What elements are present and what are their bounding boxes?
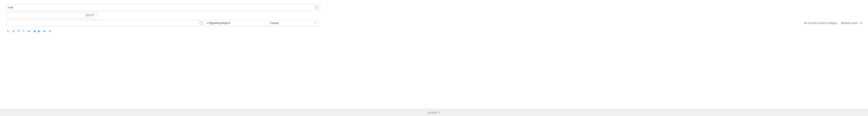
footer-button[interactable]: bxUesE ▼: [428, 111, 440, 114]
row3-token-display: xY9gAk4UyGHpC4: [205, 20, 268, 26]
row2-number-input[interactable]: [6, 12, 96, 19]
settings-button[interactable]: ⚙: [48, 29, 53, 33]
row3-info-icon[interactable]: i: [199, 21, 203, 25]
footer-chevron: ▼: [438, 112, 440, 114]
row1-input-wrapper: XuBt i: [6, 4, 320, 11]
row3-county-dropdown[interactable]: County ▼: [268, 20, 318, 26]
refresh-button[interactable]: ↻: [6, 29, 11, 33]
first-page-button[interactable]: ⏮: [26, 29, 31, 33]
prev-button[interactable]: ◀: [32, 29, 36, 33]
footer-bar: bxUesE ▼: [0, 109, 868, 116]
edit-button[interactable]: ✎: [21, 29, 26, 33]
county-chevron: ▼: [314, 22, 316, 24]
row3-search-wrapper: i: [6, 20, 205, 26]
no-records-message: No records found to display.: [804, 22, 838, 25]
row1-container: XuBt i: [6, 4, 862, 11]
row3-left-group: i xY9gAk4UyGHpC4 County ▼: [6, 20, 318, 26]
next-button[interactable]: ▶: [37, 29, 41, 33]
toolbar-icons-group: ↻ ⊕ ⧉ ✎ ⏮ ◀ ▶ ⏭ ⚙: [6, 28, 53, 33]
last-page-button[interactable]: ⏭: [42, 29, 47, 33]
row2-container: [6, 12, 862, 19]
row1-info-icon[interactable]: i: [315, 6, 318, 9]
county-label: County: [270, 22, 279, 25]
record-count-label: Record count : 0: [841, 22, 862, 25]
row3-right-group: No records found to display. Record coun…: [804, 22, 862, 25]
row1-input[interactable]: [6, 4, 320, 11]
footer-button-label: bxUesE: [428, 111, 437, 114]
row3-container: i xY9gAk4UyGHpC4 County ▼ No records fou…: [6, 20, 862, 26]
row4-toolbar: ↻ ⊕ ⧉ ✎ ⏮ ◀ ▶ ⏭ ⚙: [6, 28, 862, 33]
copy-button[interactable]: ⧉: [17, 28, 21, 33]
add-button[interactable]: ⊕: [11, 29, 16, 33]
row3-search-input[interactable]: [6, 20, 205, 26]
